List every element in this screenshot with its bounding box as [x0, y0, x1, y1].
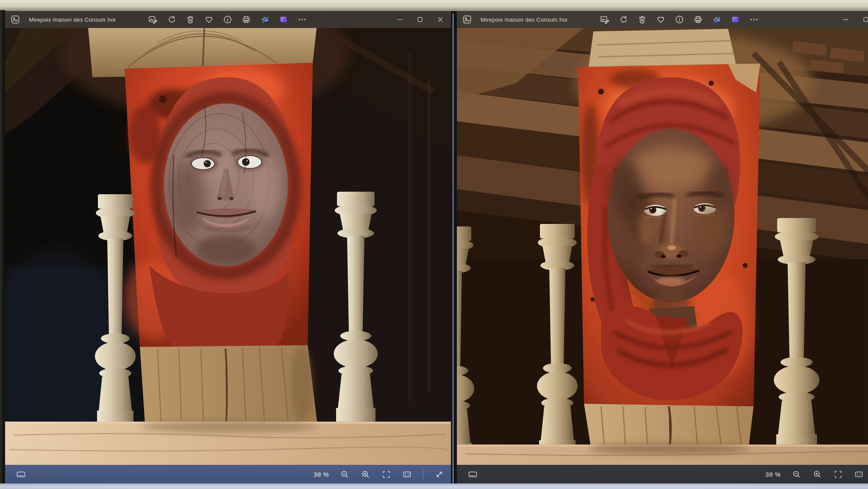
- fullscreen-icon[interactable]: [434, 469, 444, 479]
- onedrive-offline-icon[interactable]: [260, 14, 270, 25]
- window-edge-glint: [453, 14, 453, 485]
- zoom-in-icon[interactable]: [361, 469, 370, 479]
- zoom-in-icon[interactable]: [812, 469, 822, 479]
- minimize-button[interactable]: [842, 16, 849, 23]
- rotate-icon[interactable]: [618, 14, 629, 25]
- more-icon[interactable]: [749, 14, 759, 25]
- toolbar: [148, 14, 307, 25]
- favorite-icon[interactable]: [204, 14, 214, 25]
- photos-window-right: Mirepoix maison des Consuls hom...: [457, 11, 868, 483]
- minimize-button[interactable]: [396, 16, 403, 23]
- svg-text:1:1: 1:1: [856, 473, 861, 476]
- toolbar: [600, 14, 759, 25]
- fit-to-window-icon[interactable]: [381, 469, 391, 479]
- left-photo-carved-head: [5, 28, 451, 465]
- image-viewer: [5, 28, 451, 465]
- window-title: Mirepoix maison des Consuls hom...: [481, 17, 568, 23]
- clipchamp-icon[interactable]: [278, 14, 289, 25]
- photos-app-icon: [462, 14, 472, 25]
- actual-size-icon[interactable]: 1:1: [402, 469, 412, 479]
- zoom-level: 38 %: [765, 471, 781, 478]
- window-gap: [451, 12, 457, 483]
- svg-text:1:1: 1:1: [404, 473, 409, 476]
- delete-icon[interactable]: [185, 14, 195, 25]
- print-icon[interactable]: [693, 14, 703, 25]
- close-button[interactable]: [437, 16, 444, 23]
- screen-bezel: [0, 10, 5, 489]
- photographed-screen: Mirepoix maison des Consuls hom...: [0, 0, 868, 489]
- onedrive-offline-icon[interactable]: [712, 14, 722, 25]
- filmstrip-icon[interactable]: [468, 469, 478, 479]
- wall-strip: [0, 0, 868, 11]
- more-icon[interactable]: [297, 14, 307, 25]
- edit-image-icon[interactable]: [148, 14, 158, 25]
- photos-app-icon: [10, 14, 20, 25]
- photos-window-left: Mirepoix maison des Consuls hom...: [5, 11, 451, 483]
- window-title: Mirepoix maison des Consuls hom...: [29, 17, 116, 23]
- titlebar[interactable]: Mirepoix maison des Consuls hom...: [5, 11, 451, 28]
- delete-icon[interactable]: [637, 14, 647, 25]
- image-viewer: [457, 28, 868, 465]
- filmstrip-icon[interactable]: [16, 469, 26, 479]
- statusbar-divider: [423, 469, 423, 479]
- zoom-out-icon[interactable]: [792, 469, 801, 479]
- zoom-controls: 38 %: [314, 469, 444, 479]
- info-icon[interactable]: [223, 14, 233, 25]
- zoom-out-icon[interactable]: [340, 469, 350, 479]
- print-icon[interactable]: [241, 14, 251, 25]
- maximize-button[interactable]: [416, 16, 424, 23]
- taskbar-strip: [0, 483, 868, 489]
- titlebar[interactable]: Mirepoix maison des Consuls hom...: [457, 11, 868, 28]
- window-controls: [396, 16, 444, 23]
- favorite-icon[interactable]: [656, 14, 666, 25]
- right-photo-restored-head: [457, 28, 868, 465]
- window-controls: [842, 16, 868, 23]
- zoom-controls: 38 %: [765, 469, 868, 479]
- zoom-level: 38 %: [314, 471, 329, 478]
- statusbar: 38 %: [457, 465, 868, 483]
- clipchamp-icon[interactable]: [730, 14, 740, 25]
- fit-to-window-icon[interactable]: [833, 469, 843, 479]
- rotate-icon[interactable]: [167, 14, 177, 25]
- edit-image-icon[interactable]: [600, 14, 610, 25]
- actual-size-icon[interactable]: 1:1: [854, 469, 864, 479]
- info-icon[interactable]: [674, 14, 684, 25]
- maximize-button[interactable]: [862, 16, 868, 23]
- statusbar: 38 %: [5, 465, 451, 483]
